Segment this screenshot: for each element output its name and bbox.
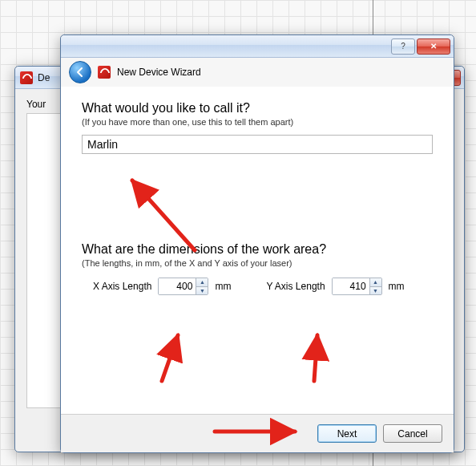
y-spinner-arrows[interactable]: ▲ ▼ [369, 278, 381, 294]
name-question-heading: What would you like to call it? [82, 101, 433, 115]
dimensions-question-sub: (The lengths, in mm, of the X and Y axis… [82, 258, 433, 268]
chevron-up-icon[interactable]: ▲ [370, 278, 381, 287]
x-unit-label: mm [215, 281, 231, 292]
next-button[interactable]: Next [317, 424, 377, 443]
name-question-sub: (If you have more than one, use this to … [82, 117, 433, 127]
y-axis-input[interactable] [333, 278, 369, 294]
close-icon[interactable]: ✕ [417, 38, 450, 55]
wizard-title: New Device Wizard [117, 67, 201, 78]
x-spinner-arrows[interactable]: ▲ ▼ [196, 278, 208, 294]
new-device-wizard-dialog: ? ✕ New Device Wizard What would you lik… [60, 34, 454, 453]
x-axis-input[interactable] [159, 278, 196, 294]
chevron-down-icon[interactable]: ▼ [196, 287, 208, 295]
body-fragment-text: Your [26, 99, 46, 110]
wizard-header: New Device Wizard [61, 58, 454, 87]
app-icon [98, 66, 111, 79]
dimensions-row: X Axis Length ▲ ▼ mm Y Axis Length ▲ ▼ m… [82, 278, 433, 295]
close-glyph: ✕ [430, 43, 437, 51]
y-axis-label: Y Axis Length [266, 281, 325, 292]
cancel-button[interactable]: Cancel [383, 424, 442, 443]
app-icon [20, 71, 33, 84]
help-icon[interactable]: ? [391, 38, 415, 55]
x-axis-spinner[interactable]: ▲ ▼ [158, 278, 208, 295]
wizard-footer: Next Cancel [61, 414, 454, 452]
title-bar[interactable]: ? ✕ [61, 35, 454, 58]
device-name-input[interactable] [82, 135, 433, 154]
x-axis-label: X Axis Length [93, 281, 151, 292]
y-unit-label: mm [389, 281, 405, 292]
y-axis-spinner[interactable]: ▲ ▼ [332, 278, 382, 295]
chevron-up-icon[interactable]: ▲ [196, 278, 208, 287]
help-glyph: ? [401, 43, 405, 51]
wizard-body: What would you like to call it? (If you … [61, 87, 454, 414]
chevron-down-icon[interactable]: ▼ [370, 287, 381, 295]
dimensions-question-heading: What are the dimensions of the work area… [82, 242, 433, 257]
back-icon[interactable] [69, 61, 91, 83]
